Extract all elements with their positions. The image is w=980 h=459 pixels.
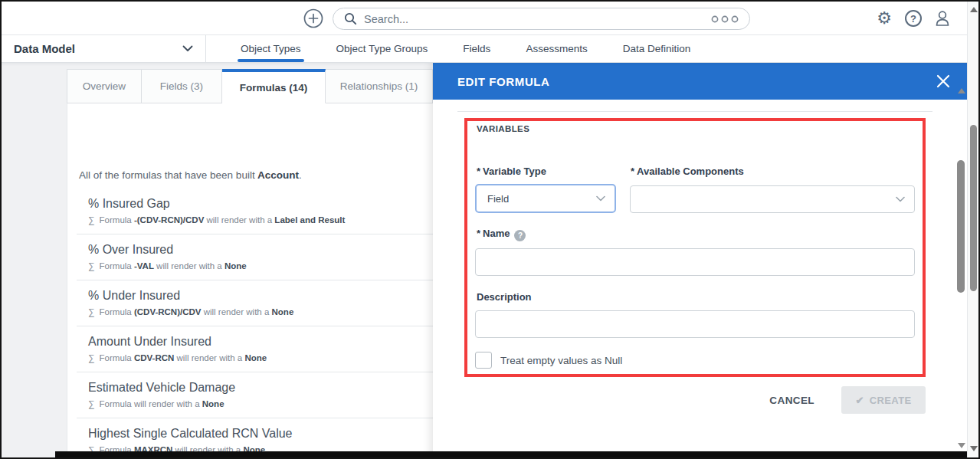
nav-tab-object-type-groups[interactable]: Object Type Groups <box>336 35 428 62</box>
available-components-label: *Available Components <box>631 166 744 177</box>
required-asterisk: * <box>631 166 634 177</box>
description-input[interactable] <box>475 310 915 338</box>
variable-type-label: *Variable Type <box>477 166 546 177</box>
list-item-formula[interactable]: Amount Under Insured ∑Formula CDV-RCN wi… <box>77 326 433 372</box>
search-bar[interactable] <box>333 8 750 30</box>
page-background: Overview Fields (3) Formulas (14) Relati… <box>2 63 978 459</box>
check-icon: ✔ <box>855 395 864 406</box>
scroll-down-arrow[interactable] <box>958 443 965 448</box>
tab-fields[interactable]: Fields (3) <box>142 69 222 103</box>
edit-formula-dialog: EDIT FORMULA VARIABLES *Variable Type *A… <box>433 63 969 459</box>
search-options-icon[interactable] <box>711 15 739 23</box>
help-icon[interactable]: ? <box>904 9 923 28</box>
search-input[interactable] <box>364 13 711 25</box>
nav-tab-object-types[interactable]: Object Types <box>241 35 301 62</box>
tab-formulas[interactable]: Formulas (14) <box>222 69 326 103</box>
card-tabs: Overview Fields (3) Formulas (14) Relati… <box>67 69 433 103</box>
object-type-card: Overview Fields (3) Formulas (14) Relati… <box>67 69 433 454</box>
dialog-header: EDIT FORMULA <box>433 63 969 100</box>
list-item-formula[interactable]: % Insured Gap ∑Formula -(CDV-RCN)/CDV wi… <box>67 189 433 234</box>
sigma-icon: ∑ <box>88 398 95 409</box>
close-icon[interactable] <box>936 74 950 88</box>
chevron-down-icon <box>182 45 193 52</box>
formulas-intro-text: All of the formulas that have been built… <box>79 169 422 181</box>
variable-type-select[interactable]: Field <box>475 184 616 213</box>
available-components-select[interactable] <box>630 185 915 213</box>
description-label: Description <box>477 291 532 303</box>
name-label: *Name? <box>477 228 526 241</box>
list-item-formula[interactable]: % Under Insured ∑Formula (CDV-RCN)/CDV w… <box>77 280 433 326</box>
dialog-title: EDIT FORMULA <box>457 75 550 88</box>
panel-scrollbar-thumb[interactable] <box>957 160 965 293</box>
tab-overview[interactable]: Overview <box>67 69 142 103</box>
formula-list: % Insured Gap ∑Formula -(CDV-RCN)/CDV wi… <box>67 189 433 454</box>
tab-relationships[interactable]: Relationships (1) <box>326 69 433 103</box>
top-bar: ⚙ ? <box>2 2 978 35</box>
divider <box>457 111 932 112</box>
bottom-screen-edge <box>55 451 969 459</box>
name-help-icon[interactable]: ? <box>514 230 526 241</box>
settings-gear-icon[interactable]: ⚙ <box>875 9 893 28</box>
nav-tab-assessments[interactable]: Assessments <box>526 35 587 62</box>
create-button[interactable]: ✔ CREATE <box>841 386 926 414</box>
required-asterisk: * <box>477 228 480 239</box>
scroll-down-arrow[interactable] <box>970 446 978 451</box>
null-checkbox-row: Treat empty values as Null <box>475 352 622 369</box>
window-scrollbar[interactable] <box>967 2 978 457</box>
app-menu-dropdown[interactable]: Data Model <box>2 35 206 62</box>
name-input[interactable] <box>475 248 915 276</box>
active-tab-underline <box>238 59 304 62</box>
treat-empty-null-checkbox[interactable] <box>475 352 492 369</box>
list-item-formula[interactable]: Highest Single Calculated RCN Value ∑For… <box>77 418 433 454</box>
required-asterisk: * <box>477 166 480 177</box>
cancel-button[interactable]: CANCEL <box>769 395 814 406</box>
dialog-actions: CANCEL ✔ CREATE <box>433 386 926 414</box>
treat-empty-null-label: Treat empty values as Null <box>500 355 622 366</box>
user-avatar-icon[interactable] <box>933 9 952 28</box>
panel-scrollbar[interactable] <box>956 63 966 459</box>
variables-section-label: VARIABLES <box>477 124 529 133</box>
search-icon <box>344 12 357 25</box>
chevron-down-icon <box>896 196 905 202</box>
list-item-formula[interactable]: % Over Insured ∑Formula -VAL will render… <box>77 234 433 280</box>
formulas-tab-content: All of the formulas that have been built… <box>67 103 433 454</box>
window-scrollbar-thumb[interactable] <box>970 125 977 291</box>
module-nav-bar: Data Model Object Types Object Type Grou… <box>2 35 978 63</box>
add-icon[interactable] <box>303 8 323 28</box>
chevron-down-icon <box>596 195 605 202</box>
sigma-icon: ∑ <box>88 215 95 225</box>
list-item-formula[interactable]: Estimated Vehicle Damage ∑Formula will r… <box>77 372 433 418</box>
nav-items: Object Types Object Type Groups Fields A… <box>206 35 708 62</box>
scroll-up-arrow[interactable] <box>970 7 978 12</box>
scroll-up-arrow[interactable] <box>958 88 965 93</box>
nav-tab-fields[interactable]: Fields <box>463 35 490 62</box>
annotation-highlight-rectangle <box>464 118 926 377</box>
app-window: ⚙ ? Data Model Object Types Object Type … <box>0 0 980 459</box>
app-menu-label: Data Model <box>14 42 75 55</box>
sigma-icon: ∑ <box>88 261 95 271</box>
sigma-icon: ∑ <box>88 352 95 363</box>
sigma-icon: ∑ <box>88 307 95 317</box>
nav-tab-data-definition[interactable]: Data Definition <box>623 35 691 62</box>
